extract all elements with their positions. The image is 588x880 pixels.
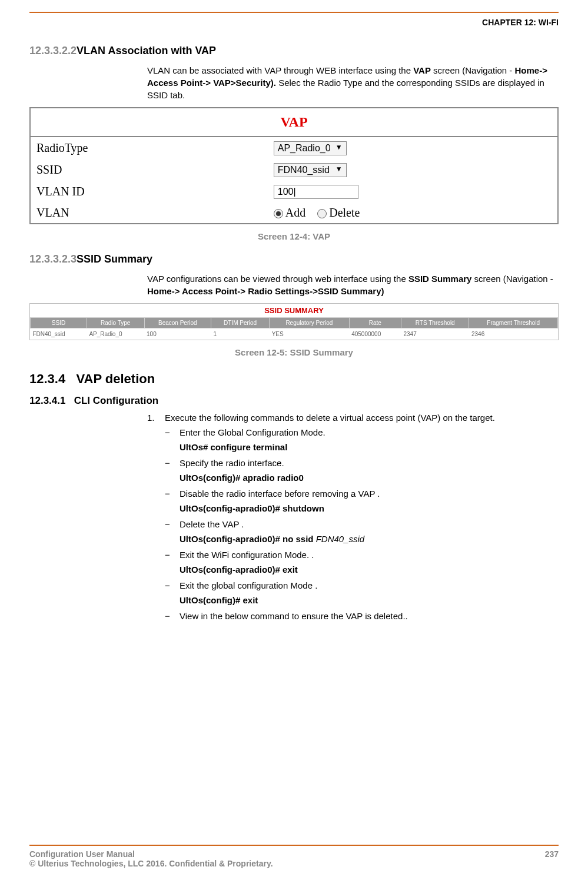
dash-step: −View in the below command to ensure the… — [165, 611, 559, 621]
dash-step: −Delete the VAP . — [165, 519, 559, 529]
dash-step: −Exit the WiFi configuration Mode. . — [165, 550, 559, 560]
ssid-dropdown[interactable]: FDN40_ssid▼ — [274, 163, 347, 177]
section-heading-ssid-summary: 12.3.3.2.3SSID Summary — [29, 253, 559, 265]
body-paragraph: VAP configurations can be viewed through… — [147, 273, 559, 297]
page-footer: Configuration User Manual © Ulterius Tec… — [29, 849, 559, 868]
dash-step: −Disable the radio interface before remo… — [165, 489, 559, 499]
cli-command: UltOs# configure terminal — [180, 442, 559, 452]
cli-command: UltOs(config)# exit — [180, 595, 559, 605]
vap-screenshot: VAP RadioType AP_Radio_0▼ SSID FDN40_ssi… — [29, 107, 559, 224]
cli-command: UltOs(config-apradio0)# shutdown — [180, 503, 559, 513]
body-paragraph: VLAN can be associated with VAP through … — [147, 64, 559, 101]
cli-command: UltOs(config-apradio0)# exit — [180, 564, 559, 575]
ssid-label: SSID — [31, 159, 268, 181]
ssid-summary-screenshot: SSID SUMMARY SSID Radio Type Beacon Peri… — [29, 303, 559, 340]
chevron-down-icon: ▼ — [335, 165, 343, 173]
cli-command: UltOs(config)# apradio radio0 — [180, 473, 559, 483]
vlan-label: VLAN — [31, 202, 268, 223]
page-number: 237 — [545, 849, 559, 868]
vap-title: VAP — [280, 114, 307, 129]
subsubsection-cli-config: 12.3.4.1 CLI Configuration — [29, 395, 559, 407]
ssid-data-row: FDN40_ssid AP_Radio_0 100 1 YES 40500000… — [31, 328, 558, 340]
section-heading-vlan-vap: 12.3.3.2.2VLAN Association with VAP — [29, 45, 559, 57]
subsection-vap-deletion: 12.3.4 VAP deletion — [29, 371, 559, 387]
figure-caption: Screen 12-5: SSID Summary — [29, 347, 559, 357]
vlanid-label: VLAN ID — [31, 181, 268, 202]
figure-caption: Screen 12-4: VAP — [29, 231, 559, 241]
delete-radio[interactable] — [317, 209, 327, 218]
radiotype-dropdown[interactable]: AP_Radio_0▼ — [274, 141, 347, 155]
chapter-header: CHAPTER 12: WI-FI — [29, 18, 559, 27]
cli-command: UltOs(config-apradio0)# no ssid FDN40_ss… — [180, 534, 559, 544]
add-radio[interactable] — [274, 209, 283, 218]
radiotype-label: RadioType — [31, 137, 268, 159]
dash-step: −Exit the global configuration Mode . — [165, 580, 559, 590]
ssid-summary-title: SSID SUMMARY — [30, 304, 558, 317]
numbered-step: 1. Execute the following commands to del… — [147, 413, 559, 423]
chevron-down-icon: ▼ — [335, 143, 343, 151]
dash-step: −Enter the Global Configuration Mode. — [165, 427, 559, 437]
dash-step: −Specify the radio interface. — [165, 458, 559, 468]
ssid-header-row: SSID Radio Type Beacon Period DTIM Perio… — [31, 318, 558, 328]
vlanid-input[interactable]: 100| — [274, 185, 358, 199]
